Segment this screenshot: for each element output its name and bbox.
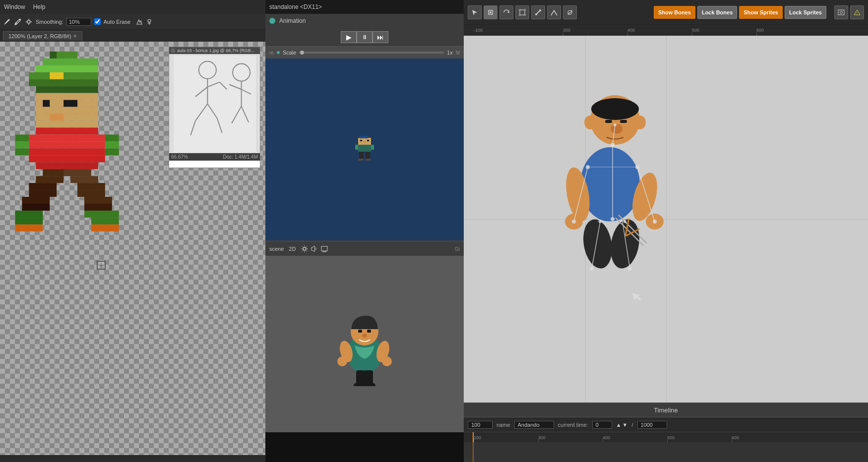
timeline-name-input[interactable] xyxy=(514,421,554,429)
unity-top-area: Animation ▶ ⏸ ⏭ re Scale 1x M xyxy=(265,14,464,242)
svg-rect-19 xyxy=(29,134,105,141)
timeline-frame-input[interactable] xyxy=(468,421,493,429)
spine-character-svg xyxy=(533,75,692,313)
pixel-art-character xyxy=(15,52,154,350)
animation-tab-label[interactable]: Animation xyxy=(279,17,306,24)
svg-rect-13 xyxy=(63,100,77,107)
ps-scrollbar-h[interactable] xyxy=(0,455,265,462)
animation-header: Animation xyxy=(265,14,464,28)
timeline-stepper-down[interactable]: ▼ xyxy=(622,422,628,428)
skin-icon xyxy=(566,8,574,16)
svg-rect-110 xyxy=(605,120,612,123)
spine-tool-7[interactable] xyxy=(563,5,577,19)
ps-settings[interactable] xyxy=(25,18,33,26)
photoshop-panel: Window Help Smoothing: Auto Erase xyxy=(0,0,265,462)
spine-extra-2[interactable]: ! xyxy=(850,5,864,19)
timeline-max-input[interactable] xyxy=(637,421,667,429)
screen-icon[interactable] xyxy=(320,245,328,253)
spine-extra-1[interactable] xyxy=(834,5,848,19)
svg-rect-22 xyxy=(29,155,105,162)
sun-icon[interactable] xyxy=(301,245,309,253)
svg-point-95 xyxy=(490,11,492,13)
spine-tool-1[interactable] xyxy=(468,5,482,19)
svg-rect-71 xyxy=(363,141,366,142)
tool-icon-1[interactable] xyxy=(135,18,143,26)
spine-tool-5[interactable] xyxy=(531,5,545,19)
next-frame-button[interactable]: ⏭ xyxy=(372,31,388,43)
lock-bones-button[interactable]: Lock Bones xyxy=(697,6,737,19)
timeline-stepper-up[interactable]: ▲ xyxy=(616,422,621,428)
svg-point-141 xyxy=(623,220,626,223)
timeline-current-input[interactable] xyxy=(592,421,612,429)
bottom-toolbar: scene 2D Gi xyxy=(265,242,464,256)
ps-menubar: Window Help xyxy=(0,0,265,14)
ik-icon xyxy=(550,8,558,16)
warning-icon: ! xyxy=(854,9,861,16)
animation-indicator xyxy=(269,18,275,24)
svg-rect-14 xyxy=(36,107,98,114)
spine-tool-2[interactable] xyxy=(484,5,497,19)
svg-rect-15 xyxy=(36,114,98,121)
svg-rect-37 xyxy=(77,190,105,197)
svg-rect-5 xyxy=(36,65,98,72)
scale-slider[interactable] xyxy=(299,52,444,54)
ps-smoothing-input[interactable] xyxy=(66,18,91,26)
show-bones-button[interactable]: Show Bones xyxy=(654,6,695,19)
tl-label-300: 300 xyxy=(538,435,546,440)
spine-tool-4[interactable] xyxy=(515,5,529,19)
svg-rect-84 xyxy=(367,330,371,333)
svg-rect-80 xyxy=(321,246,327,251)
unity-panel: standalone <DX11> Animation ▶ ⏸ ⏭ re Sca… xyxy=(265,0,464,462)
play-button[interactable]: ▶ xyxy=(341,31,357,43)
ps-thumbnail-zoom: 66,67% xyxy=(171,154,188,160)
scale-bar: re Scale 1x M xyxy=(265,47,464,58)
spine-viewport[interactable] xyxy=(464,36,868,403)
svg-rect-18 xyxy=(36,127,98,134)
ps-canvas-area: aula 03 - bonus 1.jpg @ 66,7% (RGB... xyxy=(0,42,265,455)
unity-title: standalone <DX11> xyxy=(269,3,322,10)
svg-rect-42 xyxy=(15,211,43,218)
ps-thumbnail-window: aula 03 - bonus 1.jpg @ 66,7% (RGB... xyxy=(169,47,260,168)
pause-button[interactable]: ⏸ xyxy=(357,31,372,43)
timeline-scrubber[interactable] xyxy=(473,432,474,462)
svg-rect-78 xyxy=(366,159,371,161)
svg-rect-45 xyxy=(91,218,119,225)
ps-layer-tab-label: 1200% (Layer 2, RGB/8#) xyxy=(8,33,71,39)
ps-pencil-tool[interactable] xyxy=(14,18,22,26)
svg-point-105 xyxy=(840,11,843,13)
spine-tool-6[interactable] xyxy=(547,5,561,19)
svg-rect-9 xyxy=(50,72,63,79)
scene-tab-label[interactable]: scene xyxy=(269,246,284,252)
svg-rect-28 xyxy=(105,141,119,148)
svg-point-114 xyxy=(634,116,646,129)
unity-titlebar: standalone <DX11> xyxy=(265,0,464,14)
ps-menu-help[interactable]: Help xyxy=(33,3,46,10)
lock-sprites-button[interactable]: Lock Sprites xyxy=(785,6,826,19)
svg-rect-72 xyxy=(358,145,371,152)
tl-tick-200 xyxy=(474,439,474,442)
svg-rect-74 xyxy=(371,145,374,150)
svg-rect-90 xyxy=(356,370,365,384)
timeline-tracks xyxy=(464,442,868,462)
spine-tool-3[interactable] xyxy=(499,5,513,19)
mode-2d-label[interactable]: 2D xyxy=(289,246,296,252)
ps-layer-tab[interactable]: 1200% (Layer 2, RGB/8#) × xyxy=(3,31,82,41)
svg-rect-36 xyxy=(29,190,57,197)
tool-icon-2[interactable] xyxy=(145,18,153,26)
scene-character-svg xyxy=(327,302,402,386)
show-sprites-button[interactable]: Show Sprites xyxy=(739,6,783,19)
arrow-icon xyxy=(471,8,479,16)
ps-auto-erase-checkbox[interactable] xyxy=(94,18,101,25)
svg-rect-31 xyxy=(63,169,91,176)
ps-tab-bar: 1200% (Layer 2, RGB/8#) × xyxy=(0,30,265,42)
ps-menu-window[interactable]: Window xyxy=(4,3,25,10)
bone-create-icon xyxy=(534,8,542,16)
ps-layer-tab-close[interactable]: × xyxy=(73,33,77,40)
audio-icon[interactable] xyxy=(310,245,318,253)
timeline-title: Timeline xyxy=(654,406,678,414)
ps-thumbnail-doc: Doc: 1.4M/1.4M xyxy=(223,154,258,160)
svg-rect-27 xyxy=(105,134,119,141)
ps-brush-tool[interactable] xyxy=(3,18,11,26)
ruler-400: 400 xyxy=(627,28,635,33)
svg-rect-17 xyxy=(36,121,98,128)
